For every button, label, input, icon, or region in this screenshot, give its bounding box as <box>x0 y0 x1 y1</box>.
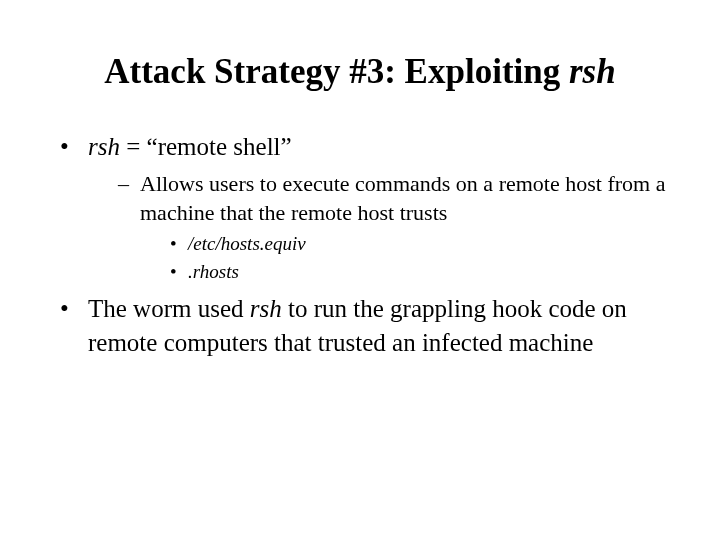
file-item-1: /etc/hosts.equiv <box>170 231 672 257</box>
sub-bullet-1: Allows users to execute commands on a re… <box>118 170 672 284</box>
file-list: /etc/hosts.equiv .rhosts <box>140 231 672 284</box>
slide-title: Attack Strategy #3: Exploiting rsh <box>48 52 672 92</box>
title-emphasis: rsh <box>569 52 616 91</box>
bullet-list: rsh = “remote shell” Allows users to exe… <box>48 130 672 360</box>
bullet-2-pre: The worm used <box>88 295 250 322</box>
title-text: Attack Strategy #3: Exploiting <box>104 52 569 91</box>
file-item-2: .rhosts <box>170 259 672 285</box>
slide: Attack Strategy #3: Exploiting rsh rsh =… <box>0 0 720 540</box>
sub-bullet-1-text: Allows users to execute commands on a re… <box>140 171 665 225</box>
bullet-1: rsh = “remote shell” Allows users to exe… <box>60 130 672 284</box>
bullet-2-emphasis: rsh <box>250 295 282 322</box>
bullet-1-text: = “remote shell” <box>120 133 292 160</box>
sub-bullet-list: Allows users to execute commands on a re… <box>88 170 672 284</box>
bullet-2: The worm used rsh to run the grappling h… <box>60 292 672 360</box>
bullet-1-emphasis: rsh <box>88 133 120 160</box>
